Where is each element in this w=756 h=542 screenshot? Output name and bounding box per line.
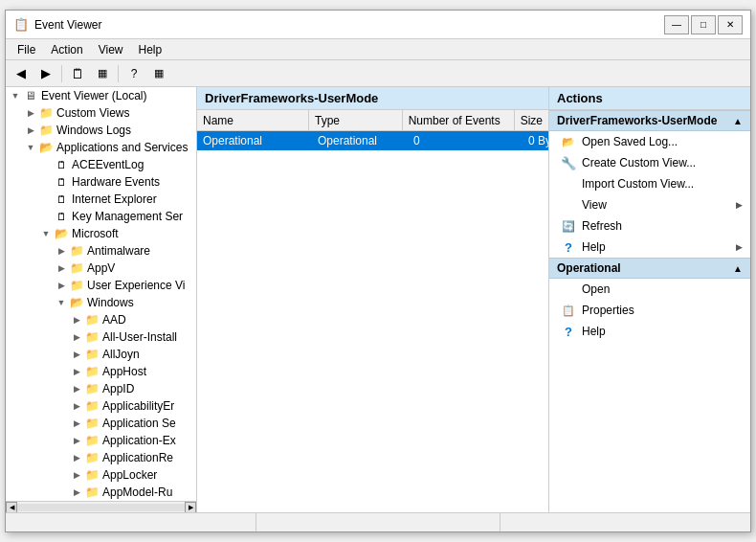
expand-icon[interactable]: ▼ <box>54 295 69 310</box>
expand-icon[interactable]: ▶ <box>69 467 84 483</box>
tree-hscrollbar[interactable]: ◀ ▶ <box>6 501 196 512</box>
expand-icon[interactable]: ▼ <box>38 226 54 241</box>
close-button[interactable]: ✕ <box>718 15 743 34</box>
action-open[interactable]: Open <box>549 279 750 300</box>
menu-view[interactable]: View <box>91 41 131 58</box>
action-section-driver: DriverFrameworks-UserMode ▲ <box>549 110 750 131</box>
expand-icon[interactable]: ▶ <box>69 398 84 414</box>
expand-icon[interactable]: ▶ <box>69 312 84 327</box>
expand-icon[interactable]: ▶ <box>69 381 84 396</box>
tree-pane: ▼ 🖥 Event Viewer (Local) ▶ 📁 Custom View… <box>6 87 197 512</box>
tree-node-apphost[interactable]: ▶ 📁 AppHost <box>6 363 196 380</box>
tree-label-app-se: Application Se <box>102 417 176 430</box>
tree-view[interactable]: ▼ 🖥 Event Viewer (Local) ▶ 📁 Custom View… <box>6 87 196 501</box>
maximize-button[interactable]: □ <box>691 15 716 34</box>
list-row[interactable]: Operational Operational 0 0 Bytes <box>197 131 548 150</box>
hscroll-track[interactable] <box>17 504 185 511</box>
tree-node-custom-views[interactable]: ▶ 📁 Custom Views <box>6 104 196 122</box>
expand-icon[interactable]: ▶ <box>69 433 84 448</box>
tree-node-ie[interactable]: ▶ 🗒 Internet Explorer <box>6 191 196 208</box>
collapse-icon-2[interactable]: ▲ <box>733 263 743 274</box>
tree-node-microsoft[interactable]: ▼ 📂 Microsoft <box>6 225 196 242</box>
menu-file[interactable]: File <box>10 41 43 58</box>
action-help-operational[interactable]: ? Help <box>549 321 750 342</box>
folder-icon: 📁 <box>84 433 100 448</box>
menu-action[interactable]: Action <box>43 41 90 58</box>
expand-icon[interactable]: ▶ <box>54 278 69 293</box>
expand-icon[interactable]: ▼ <box>8 88 23 103</box>
expand-icon[interactable]: ▶ <box>54 260 69 276</box>
tree-node-windows-logs[interactable]: ▶ 📁 Windows Logs <box>6 122 196 139</box>
properties-button[interactable]: ▦ <box>91 63 114 84</box>
menu-help[interactable]: Help <box>131 41 170 58</box>
refresh-icon: 🔄 <box>561 218 576 234</box>
action-properties[interactable]: 📋 Properties <box>549 300 750 321</box>
tree-label-user-exp: User Experience Vi <box>87 279 186 292</box>
expand-icon[interactable]: ▶ <box>69 329 84 345</box>
action-import-custom-view[interactable]: Import Custom View... <box>549 173 750 194</box>
folder-icon: 📁 <box>84 347 100 362</box>
folder-icon: 📁 <box>84 364 100 379</box>
tree-node-applocker[interactable]: ▶ 📁 AppLocker <box>6 466 196 484</box>
col-type[interactable]: Type <box>309 110 403 130</box>
action-help-driver[interactable]: ? Help ▶ <box>549 237 750 258</box>
tree-label-hardware-events: Hardware Events <box>72 175 160 189</box>
expand-icon[interactable]: ▶ <box>54 243 69 259</box>
tree-node-antimalware[interactable]: ▶ 📁 Antimalware <box>6 242 196 260</box>
hscroll-left-button[interactable]: ◀ <box>6 502 17 513</box>
tree-node-applicability[interactable]: ▶ 📁 ApplicabilityEr <box>6 397 196 415</box>
log-icon: 🗒 <box>54 174 69 190</box>
tree-node-key-mgmt[interactable]: ▶ 🗒 Key Management Ser <box>6 208 196 225</box>
tree-node-alljoyn[interactable]: ▶ 📁 AllJoyn <box>6 346 196 363</box>
cell-events: 0 <box>408 131 523 150</box>
folder-icon: 📁 <box>69 243 84 259</box>
back-button[interactable]: ◀ <box>10 63 33 84</box>
tree-node-windows[interactable]: ▼ 📂 Windows <box>6 294 196 311</box>
hscroll-right-button[interactable]: ▶ <box>185 502 196 513</box>
tree-label-appmodel: AppModel-Ru <box>102 486 172 499</box>
extra-button[interactable]: ▦ <box>147 63 170 84</box>
tree-node-appmodel[interactable]: ▶ 📁 AppModel-Ru <box>6 484 196 501</box>
col-events[interactable]: Number of Events <box>403 110 515 130</box>
tree-label-app-re: ApplicationRe <box>102 451 173 464</box>
forward-button[interactable]: ▶ <box>34 63 57 84</box>
help-button[interactable]: ? <box>122 63 145 84</box>
tree-node-hardware-events[interactable]: ▶ 🗒 Hardware Events <box>6 173 196 191</box>
tree-label-custom-views: Custom Views <box>56 106 129 120</box>
expand-icon[interactable]: ▶ <box>23 105 38 121</box>
expand-icon[interactable]: ▶ <box>69 364 84 379</box>
tree-node-aad[interactable]: ▶ 📁 AAD <box>6 311 196 328</box>
tree-node-appid[interactable]: ▶ 📁 AppID <box>6 380 196 397</box>
middle-pane: DriverFrameworks-UserMode Name Type Numb… <box>197 87 549 512</box>
app-icon: 📋 <box>13 17 29 33</box>
expand-icon[interactable]: ▶ <box>23 123 38 138</box>
actions-pane: Actions DriverFrameworks-UserMode ▲ 📂 Op… <box>549 87 750 512</box>
tree-node-app-se[interactable]: ▶ 📁 Application Se <box>6 415 196 432</box>
toolbar: ◀ ▶ 🗒 ▦ ? ▦ <box>6 60 750 87</box>
col-size[interactable]: Size <box>515 110 548 130</box>
tree-label-alljoyn: AllJoyn <box>102 348 140 361</box>
tree-node-app-re[interactable]: ▶ 📁 ApplicationRe <box>6 449 196 466</box>
tree-node-all-user[interactable]: ▶ 📁 All-User-Install <box>6 328 196 346</box>
expand-icon[interactable]: ▶ <box>69 416 84 431</box>
tree-label-applocker: AppLocker <box>102 468 157 482</box>
open-log-button[interactable]: 🗒 <box>66 63 89 84</box>
action-create-custom-view[interactable]: 🔧 Create Custom View... <box>549 152 750 173</box>
expand-icon[interactable]: ▼ <box>23 140 38 155</box>
expand-icon[interactable]: ▶ <box>69 347 84 362</box>
expand-icon[interactable]: ▶ <box>69 485 84 500</box>
action-view[interactable]: View ▶ <box>549 194 750 215</box>
tree-node-event-viewer[interactable]: ▼ 🖥 Event Viewer (Local) <box>6 87 196 104</box>
tree-node-user-exp[interactable]: ▶ 📁 User Experience Vi <box>6 277 196 294</box>
tree-node-apps-services[interactable]: ▼ 📂 Applications and Services <box>6 139 196 156</box>
action-open-saved-log[interactable]: 📂 Open Saved Log... <box>549 131 750 152</box>
collapse-icon[interactable]: ▲ <box>733 116 743 126</box>
col-name[interactable]: Name <box>197 110 309 130</box>
expand-icon[interactable]: ▶ <box>69 450 84 465</box>
tree-node-aceeventlog[interactable]: ▶ 🗒 ACEEventLog <box>6 156 196 173</box>
tree-node-app-ex[interactable]: ▶ 📁 Application-Ex <box>6 432 196 449</box>
window-title: Event Viewer <box>34 18 664 32</box>
minimize-button[interactable]: — <box>664 15 689 34</box>
tree-node-appv[interactable]: ▶ 📁 AppV <box>6 260 196 277</box>
action-refresh[interactable]: 🔄 Refresh <box>549 215 750 237</box>
